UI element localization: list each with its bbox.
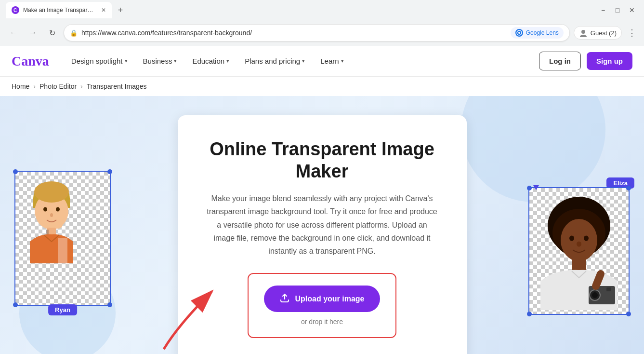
selection-handle-tl xyxy=(527,186,532,191)
upload-button-label: Upload your image xyxy=(295,295,364,303)
selection-handle-tl xyxy=(13,169,18,174)
eliza-silhouette xyxy=(533,192,625,310)
svg-point-20 xyxy=(569,236,574,241)
breadcrumb-separator: › xyxy=(33,82,36,90)
svg-point-21 xyxy=(584,236,589,241)
browser-menu-button[interactable]: ⋮ xyxy=(626,26,638,40)
chevron-down-icon: ▾ xyxy=(125,58,128,64)
site-navbar: Canva Design spotlight ▾ Business ▾ Educ… xyxy=(0,46,644,77)
upload-cloud-icon xyxy=(279,292,290,305)
breadcrumb-home[interactable]: Home xyxy=(12,82,29,90)
svg-point-19 xyxy=(561,219,597,261)
nav-plans-pricing[interactable]: Plans and pricing ▾ xyxy=(238,53,312,69)
lock-icon: 🔒 xyxy=(70,29,78,37)
svg-point-12 xyxy=(50,213,53,217)
hero-section: Ryan Online Transparent Image Maker Make… xyxy=(0,96,644,354)
url-text: https://www.canva.com/features/transpare… xyxy=(81,29,507,37)
person-card-ryan: Ryan xyxy=(14,171,111,306)
canva-logo[interactable]: Canva xyxy=(12,54,49,69)
signup-button[interactable]: Sign up xyxy=(587,52,632,70)
nav-design-spotlight[interactable]: Design spotlight ▾ xyxy=(65,53,134,69)
svg-point-22 xyxy=(577,242,581,247)
svg-text:C: C xyxy=(13,8,17,13)
selection-handle-br xyxy=(626,312,631,316)
hero-description: Make your image blend seamlessly with an… xyxy=(207,192,438,258)
breadcrumb-current: Transparent Images xyxy=(87,82,147,90)
selection-handle-bl xyxy=(13,302,18,307)
address-bar[interactable]: 🔒 https://www.canva.com/features/transpa… xyxy=(64,24,570,41)
back-button[interactable]: ← xyxy=(6,25,21,41)
tab-close-button[interactable]: ✕ xyxy=(101,7,106,14)
svg-rect-15 xyxy=(58,238,67,263)
ryan-silhouette xyxy=(20,177,83,263)
tab-favicon: C xyxy=(12,6,19,14)
chevron-down-icon: ▾ xyxy=(174,58,177,64)
eliza-badge-pointer xyxy=(533,185,539,190)
ryan-name-badge: Ryan xyxy=(48,304,77,315)
close-button[interactable]: ✕ xyxy=(626,4,638,16)
upload-area[interactable]: Upload your image or drop it here xyxy=(248,273,396,338)
chevron-down-icon: ▾ xyxy=(341,58,344,64)
maximize-button[interactable]: □ xyxy=(611,4,624,16)
upload-button[interactable]: Upload your image xyxy=(264,286,380,312)
selection-handle-tr xyxy=(107,169,112,174)
eliza-image-frame: Eliza xyxy=(528,187,630,315)
active-tab[interactable]: C Make an Image Transparent ✕ xyxy=(6,2,112,18)
selection-handle-br xyxy=(107,302,112,307)
breadcrumb-separator-2: › xyxy=(80,82,83,90)
person-card-eliza: Eliza xyxy=(528,187,630,315)
main-content-card: Online Transparent Image Maker Make your… xyxy=(178,115,467,354)
svg-rect-23 xyxy=(572,259,586,272)
nav-business[interactable]: Business ▾ xyxy=(136,53,184,69)
drop-text: or drop it here xyxy=(301,318,343,326)
nav-actions: Log in Sign up xyxy=(539,52,632,70)
selection-handle-tr xyxy=(626,186,631,191)
nav-education[interactable]: Education ▾ xyxy=(185,53,236,69)
reload-button[interactable]: ↻ xyxy=(44,25,60,41)
profile-label: Guest (2) xyxy=(591,29,617,37)
chevron-down-icon: ▾ xyxy=(302,58,305,64)
svg-rect-27 xyxy=(606,287,611,291)
svg-point-11 xyxy=(56,207,60,212)
breadcrumb: Home › Photo Editor › Transparent Images xyxy=(0,77,644,96)
profile-button[interactable]: Guest (2) xyxy=(574,26,622,40)
svg-point-3 xyxy=(518,32,520,34)
svg-point-9 xyxy=(34,181,69,203)
svg-point-4 xyxy=(581,30,585,34)
login-button[interactable]: Log in xyxy=(539,52,581,70)
breadcrumb-photo-editor[interactable]: Photo Editor xyxy=(39,82,77,90)
tab-title: Make an Image Transparent xyxy=(23,7,95,14)
svg-point-16 xyxy=(53,221,63,229)
nav-links: Design spotlight ▾ Business ▾ Education … xyxy=(65,53,539,69)
ryan-image-frame xyxy=(14,171,111,306)
minimize-button[interactable]: − xyxy=(597,4,609,16)
forward-button[interactable]: → xyxy=(25,25,40,41)
lens-icon xyxy=(515,29,523,37)
chevron-down-icon: ▾ xyxy=(226,58,229,64)
svg-point-5 xyxy=(580,35,587,37)
nav-learn[interactable]: Learn ▾ xyxy=(314,53,350,69)
svg-point-10 xyxy=(43,207,47,212)
new-tab-button[interactable]: + xyxy=(114,3,127,17)
hero-title: Online Transparent Image Maker xyxy=(207,138,438,182)
svg-point-26 xyxy=(592,292,598,298)
google-lens-button[interactable]: Google Lens xyxy=(511,27,564,39)
selection-handle-bl xyxy=(527,312,532,316)
google-lens-label: Google Lens xyxy=(526,29,559,36)
eliza-frame xyxy=(528,187,630,315)
profile-icon xyxy=(579,28,588,37)
